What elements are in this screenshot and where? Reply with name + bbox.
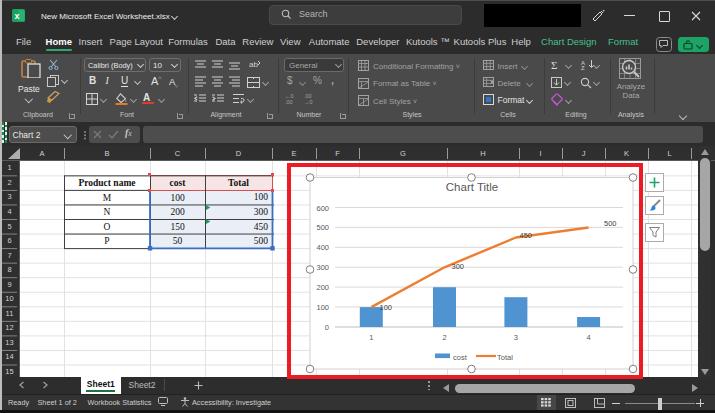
svg-text:Z: Z: [581, 65, 585, 70]
svg-text:.00: .00: [285, 99, 293, 104]
svg-text:→0: →0: [304, 99, 313, 104]
svg-text:ab: ab: [249, 60, 258, 69]
svg-text:x: x: [14, 11, 19, 21]
